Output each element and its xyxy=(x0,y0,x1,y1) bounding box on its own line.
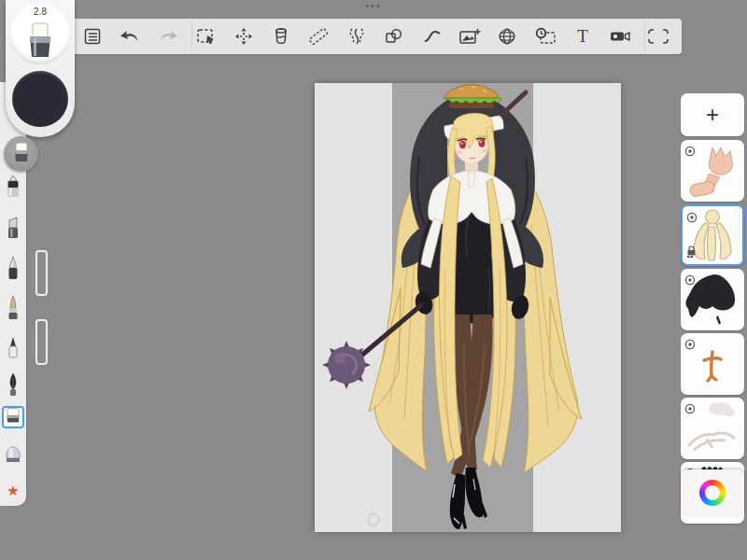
layer-visibility-toggle[interactable] xyxy=(686,210,698,227)
record-video-icon xyxy=(608,26,632,47)
pointed-brush-icon xyxy=(5,295,21,325)
add-image-button[interactable] xyxy=(456,21,484,51)
tool-pointed-brush[interactable] xyxy=(0,294,26,326)
layer-item-black-veil[interactable] xyxy=(681,269,744,330)
record-button[interactable] xyxy=(606,21,634,51)
layer-item-hands[interactable] xyxy=(681,140,744,202)
curve-tool-button[interactable] xyxy=(418,21,446,51)
curve-icon xyxy=(421,26,444,47)
move-tool-button[interactable] xyxy=(230,21,258,51)
flat-brush-icon xyxy=(5,407,21,427)
svg-text:T: T xyxy=(577,26,588,46)
dip-pen-icon xyxy=(6,372,21,402)
marker-icon xyxy=(5,175,21,203)
layer-visibility-toggle[interactable] xyxy=(684,337,696,354)
color-wheel-button[interactable] xyxy=(699,480,726,506)
layer-item-rough-sketch[interactable] xyxy=(681,398,744,459)
ruler-icon xyxy=(307,26,330,47)
main-toolbar: T xyxy=(73,19,682,54)
shape-tool-button[interactable] xyxy=(380,21,408,51)
brush-size-label: 2.8 xyxy=(9,7,71,17)
undo-icon xyxy=(119,26,141,47)
tool-flat-brush-selected[interactable] xyxy=(2,406,24,428)
favorites-button[interactable]: ★ xyxy=(0,474,26,506)
move-icon xyxy=(233,26,255,47)
ruler-tool-button[interactable] xyxy=(304,21,332,51)
drawer-handle-bottom[interactable] xyxy=(35,319,48,365)
layer-visibility-toggle[interactable] xyxy=(684,273,696,289)
mesh-warp-icon xyxy=(345,26,368,47)
tool-marker[interactable] xyxy=(0,173,26,204)
eraser-brush-icon xyxy=(12,141,31,167)
fine-pen-icon xyxy=(5,256,21,286)
fill-tool-button[interactable] xyxy=(267,21,295,51)
liner-pen-icon xyxy=(6,335,21,363)
text-tool-button[interactable]: T xyxy=(569,21,597,51)
undo-button[interactable] xyxy=(116,21,144,51)
warp-tool-button[interactable] xyxy=(343,21,371,51)
redo-button[interactable] xyxy=(154,21,182,51)
alpha-lock-icon xyxy=(685,245,698,261)
select-icon xyxy=(195,26,218,47)
add-image-icon xyxy=(458,26,482,47)
canvas-artwork xyxy=(315,83,621,532)
tool-chisel-pen[interactable] xyxy=(0,215,26,246)
layer-item-hair-sketch[interactable] xyxy=(681,204,744,266)
color-panel xyxy=(681,469,744,516)
tool-eraser[interactable] xyxy=(0,441,26,473)
text-icon: T xyxy=(572,26,593,47)
perspective-grid-icon xyxy=(496,26,518,47)
timelapse-button[interactable] xyxy=(531,21,559,51)
redo-icon xyxy=(157,26,179,47)
perspective-tool-button[interactable] xyxy=(493,21,521,51)
fullscreen-icon xyxy=(646,26,670,47)
brush-widget: 2.8 xyxy=(6,0,75,137)
tool-dip-pen[interactable] xyxy=(0,371,26,403)
star-icon: ★ xyxy=(7,483,19,497)
secondary-tool-button[interactable] xyxy=(4,136,38,172)
select-tool-button[interactable] xyxy=(191,21,219,51)
eraser-icon xyxy=(4,445,22,469)
multitask-indicator: ••• xyxy=(0,1,747,10)
fullscreen-button[interactable] xyxy=(644,21,672,51)
menu-button[interactable] xyxy=(78,21,106,51)
layer-visibility-toggle[interactable] xyxy=(684,144,696,161)
add-layer-button[interactable]: + xyxy=(681,93,744,136)
tool-fine-pen[interactable] xyxy=(0,255,26,287)
drawing-canvas[interactable] xyxy=(315,83,621,532)
layer-visibility-toggle[interactable] xyxy=(684,401,696,418)
fill-bucket-icon xyxy=(270,26,292,47)
paint-app-window: ••• xyxy=(0,0,747,560)
current-color-swatch[interactable] xyxy=(12,71,68,127)
timelapse-icon xyxy=(533,26,557,47)
tool-liner-pen[interactable] xyxy=(0,333,26,365)
drawer-handle-top[interactable] xyxy=(35,250,48,296)
current-brush-button[interactable]: 2.8 xyxy=(9,3,71,64)
shape-icon xyxy=(383,26,405,47)
chisel-pen-icon xyxy=(5,217,21,245)
layer-item-cross[interactable] xyxy=(681,333,744,395)
plus-icon: + xyxy=(706,102,719,128)
menu-icon xyxy=(82,26,103,47)
